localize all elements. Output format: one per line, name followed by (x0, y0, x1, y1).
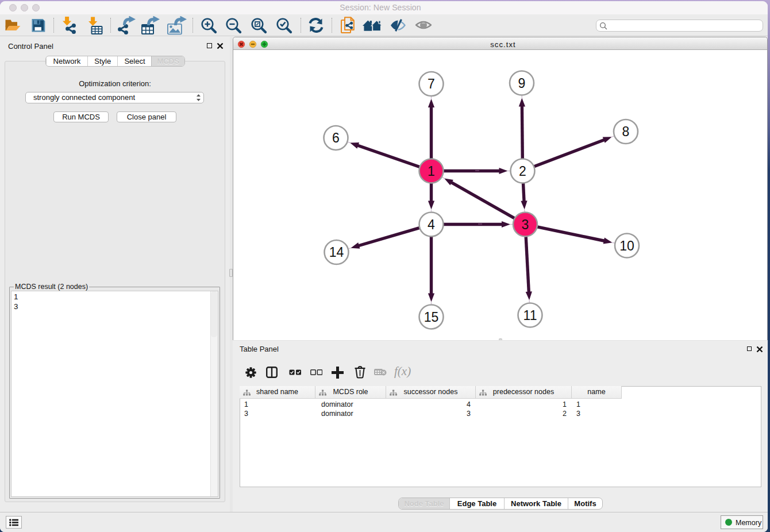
svg-text:6: 6 (332, 130, 340, 145)
svg-text:9: 9 (518, 76, 526, 91)
svg-text:1: 1 (428, 164, 435, 179)
svg-text:2: 2 (519, 164, 526, 179)
svg-text:7: 7 (428, 76, 435, 91)
svg-text:11: 11 (523, 308, 537, 323)
svg-text:10: 10 (619, 238, 634, 253)
svg-text:8: 8 (622, 124, 630, 139)
svg-text:3: 3 (522, 217, 529, 232)
svg-text:4: 4 (428, 217, 435, 232)
svg-text:15: 15 (424, 310, 439, 325)
svg-text:14: 14 (329, 245, 344, 260)
